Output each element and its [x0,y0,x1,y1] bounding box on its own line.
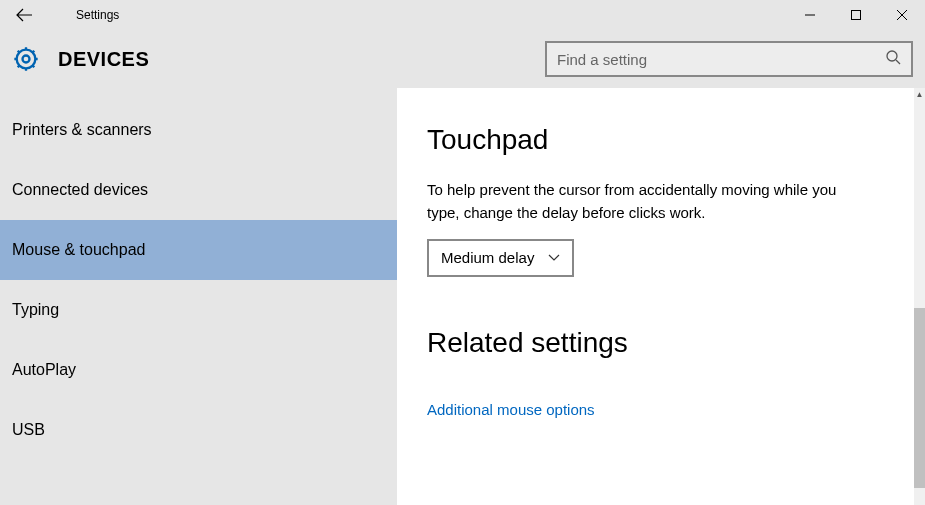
sidebar-item-connected-devices[interactable]: Connected devices [0,160,397,220]
scroll-up-arrow-icon[interactable]: ▲ [914,88,925,100]
page-title: DEVICES [58,48,527,71]
section-heading-related: Related settings [427,327,895,359]
search-input[interactable] [557,51,885,68]
sidebar-item-label: Printers & scanners [12,121,152,139]
chevron-down-icon [548,251,560,265]
back-button[interactable] [0,0,48,30]
svg-point-3 [887,51,897,61]
dropdown-value: Medium delay [441,249,534,266]
window-title: Settings [48,8,787,22]
sidebar-item-label: Mouse & touchpad [12,241,145,259]
sidebar: Printers & scanners Connected devices Mo… [0,88,397,505]
svg-rect-0 [852,11,861,20]
sidebar-item-printers[interactable]: Printers & scanners [0,100,397,160]
sidebar-item-label: Connected devices [12,181,148,199]
sidebar-item-label: Typing [12,301,59,319]
sidebar-item-label: USB [12,421,45,439]
touchpad-delay-dropdown[interactable]: Medium delay [427,239,574,277]
sidebar-item-usb[interactable]: USB [0,400,397,460]
sidebar-item-label: AutoPlay [12,361,76,379]
sidebar-item-mouse-touchpad[interactable]: Mouse & touchpad [0,220,397,280]
additional-mouse-options-link[interactable]: Additional mouse options [427,401,595,418]
content-pane: Touchpad To help prevent the cursor from… [397,88,925,505]
search-box[interactable] [545,41,913,77]
minimize-button[interactable] [787,0,833,30]
close-button[interactable] [879,0,925,30]
sidebar-item-autoplay[interactable]: AutoPlay [0,340,397,400]
touchpad-description: To help prevent the cursor from accident… [427,178,867,225]
maximize-button[interactable] [833,0,879,30]
svg-point-2 [17,50,36,69]
scrollbar-thumb[interactable] [914,308,925,488]
section-heading-touchpad: Touchpad [427,124,895,156]
scrollbar-track[interactable]: ▲ [914,88,925,505]
svg-point-1 [23,56,30,63]
gear-icon [12,45,40,73]
sidebar-item-typing[interactable]: Typing [0,280,397,340]
search-icon [885,49,901,69]
